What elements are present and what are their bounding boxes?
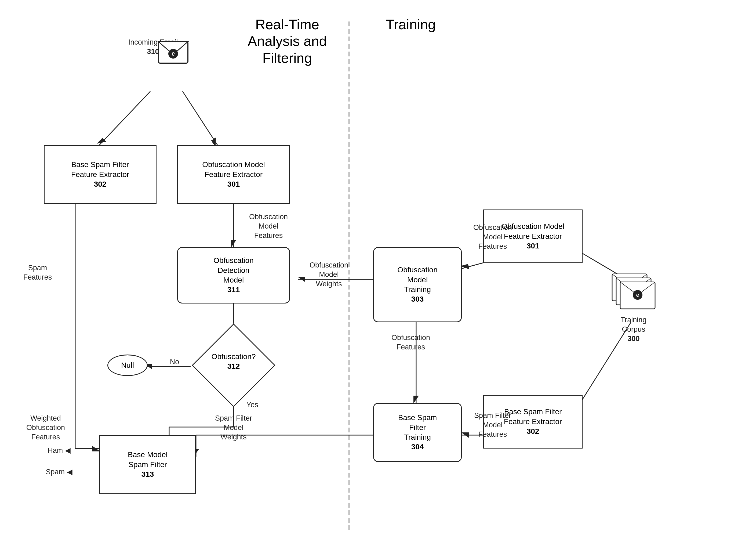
training-corpus-label: TrainingCorpus 300 bbox=[612, 315, 655, 344]
obfuscation-model-extractor-left: Obfuscation ModelFeature Extractor 301 bbox=[177, 145, 290, 204]
yes-label: Yes bbox=[242, 400, 263, 410]
training-corpus-icon: e bbox=[604, 260, 663, 314]
incoming-email-icon: e bbox=[156, 38, 191, 67]
obfuscation-diamond-label: Obfuscation?312 bbox=[193, 352, 274, 372]
obfuscation-model-weights-label: ObfuscationModelWeights bbox=[299, 260, 358, 289]
training-section-title: Training bbox=[370, 16, 451, 33]
null-oval: Null bbox=[107, 355, 148, 376]
spam-filter-model-features-label: Spam FilterModelFeatures bbox=[464, 411, 521, 439]
spam-filter-model-weights-label: Spam FilterModelWeights bbox=[204, 414, 263, 442]
no-label: No bbox=[164, 357, 185, 367]
obfuscation-features-label: ObfuscationFeatures bbox=[384, 333, 438, 352]
training-corpus-container: e TrainingCorpus 300 bbox=[604, 260, 663, 344]
svg-line-3 bbox=[99, 91, 150, 145]
obfuscation-model-features-right-label: ObfuscationModelFeatures bbox=[464, 223, 521, 251]
base-spam-filter-training: Base SpamFilterTraining 304 bbox=[373, 403, 462, 462]
weighted-obfuscation-label: WeightedObfuscationFeatures bbox=[16, 414, 75, 442]
svg-text:e: e bbox=[636, 292, 639, 298]
ham-label: Ham ◀ bbox=[46, 446, 72, 455]
svg-line-4 bbox=[183, 91, 217, 145]
diagram-container: Real-TimeAnalysis andFiltering Training … bbox=[0, 0, 756, 542]
obfuscation-model-training: ObfuscationModelTraining 303 bbox=[373, 247, 462, 322]
base-model-spam-filter: Base ModelSpam Filter 313 bbox=[99, 435, 196, 494]
base-spam-filter-extractor-left: Base Spam FilterFeature Extractor 302 bbox=[44, 145, 157, 204]
obfuscation-detection-model: ObfuscationDetectionModel 311 bbox=[177, 247, 290, 304]
spam-features-label: SpamFeatures bbox=[16, 263, 59, 282]
obfuscation-model-features-label: ObfuscationModelFeatures bbox=[242, 212, 295, 240]
spam-label: Spam ◀ bbox=[44, 467, 74, 477]
svg-text:e: e bbox=[172, 50, 175, 57]
realtime-section-title: Real-TimeAnalysis andFiltering bbox=[231, 16, 344, 66]
